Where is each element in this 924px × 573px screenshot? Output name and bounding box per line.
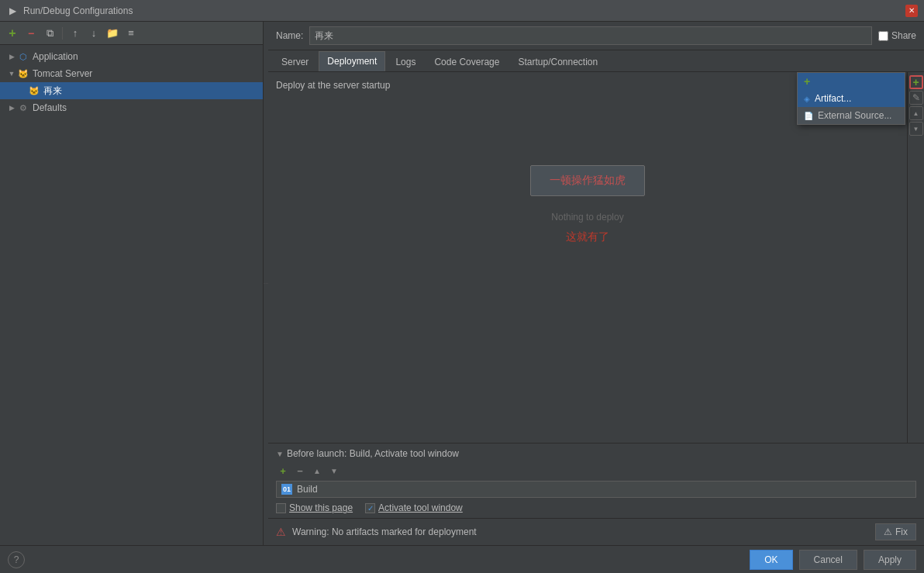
external-source-icon: 📄 [804, 112, 813, 120]
bl-remove-button[interactable]: − [293, 464, 307, 478]
tree-label-tomcat: Tomcat Server [33, 68, 92, 79]
warning-bar: ⚠ Warning: No artifacts marked for deplo… [268, 518, 924, 545]
name-label: Name: [276, 30, 303, 41]
apply-button[interactable]: Apply [864, 550, 916, 570]
zaijian-icon: 🐱 [28, 85, 40, 97]
copy-config-button[interactable]: ⧉ [42, 26, 57, 41]
activate-window-checkbox-item: ✓ Activate tool window [365, 502, 463, 513]
tree-label-zaijian: 再来 [43, 85, 62, 98]
bl-down-button[interactable]: ▼ [327, 464, 341, 478]
move-down-button[interactable]: ↓ [86, 26, 102, 41]
name-input[interactable] [309, 26, 872, 45]
fix-button[interactable]: ⚠ Fix [875, 523, 916, 540]
share-area: Share [878, 30, 916, 41]
show-page-checkbox[interactable] [276, 503, 286, 513]
action-button[interactable]: 一顿操作猛如虎 [530, 165, 645, 196]
bl-add-button[interactable]: + [276, 464, 290, 478]
show-page-checkbox-item: Show this page [276, 502, 353, 513]
config-tree: ▶ ⬡ Application ▼ 🐱 Tomcat Server 🐱 再来 ▶… [0, 45, 263, 545]
title-bar: ▶ Run/Debug Configurations ✕ [0, 0, 924, 22]
build-label: Build [297, 484, 318, 495]
checkboxes-row: Show this page ✓ Activate tool window [276, 502, 916, 513]
activate-window-label: Activate tool window [378, 502, 463, 513]
toolbar-separator-1 [62, 27, 63, 40]
dropdown-header: + [798, 73, 905, 90]
warning-icon: ⚠ [276, 526, 286, 538]
tree-item-application[interactable]: ▶ ⬡ Application [0, 48, 263, 65]
bl-up-button[interactable]: ▲ [310, 464, 324, 478]
tab-logs[interactable]: Logs [387, 52, 424, 71]
dropdown-artifact-item[interactable]: ◈ Artifact... [798, 90, 905, 107]
edit-artifact-button[interactable]: ✎ [909, 91, 923, 105]
tree-label-application: Application [33, 51, 78, 62]
dropdown-external-source-label: External Source... [818, 110, 891, 121]
before-launch-toolbar: + − ▲ ▼ [276, 464, 916, 478]
tree-arrow-tomcat: ▼ [6, 70, 17, 78]
tomcat-icon: 🐱 [17, 67, 29, 80]
defaults-icon: ⚙ [17, 102, 29, 114]
folder-button[interactable]: 📁 [105, 26, 120, 41]
tabs-bar: Server Deployment Logs Code Coverage Sta… [268, 50, 924, 72]
help-button[interactable]: ? [8, 551, 25, 568]
artifact-dropdown: + ◈ Artifact... 📄 External Source... [797, 72, 905, 125]
tree-item-zaijian[interactable]: 🐱 再来 [0, 82, 263, 99]
title-bar-icon: ▶ [6, 5, 19, 17]
collapse-arrow[interactable]: ▼ [276, 450, 284, 458]
tab-server[interactable]: Server [273, 52, 317, 71]
left-panel: + − ⧉ ↑ ↓ 📁 ≡ ▶ ⬡ Application ▼ 🐱 Tomcat… [0, 22, 264, 545]
bottom-bar: ? OK Cancel Apply [0, 545, 924, 573]
move-artifact-down-button[interactable]: ▼ [909, 122, 923, 136]
move-up-button[interactable]: ↑ [67, 26, 83, 41]
left-toolbar: + − ⧉ ↑ ↓ 📁 ≡ [0, 22, 263, 45]
tree-label-defaults: Defaults [33, 102, 67, 113]
artifact-icon: ◈ [804, 95, 810, 103]
dropdown-artifact-label: Artifact... [815, 93, 851, 104]
share-checkbox[interactable] [878, 31, 888, 41]
share-label: Share [891, 30, 916, 41]
fix-icon: ⚠ [884, 526, 892, 537]
content-main: Deploy at the server startup 一顿操作猛如虎 Not… [268, 72, 907, 443]
tree-arrow-defaults: ▶ [6, 104, 17, 112]
ok-button[interactable]: OK [750, 550, 792, 570]
title-bar-title: Run/Debug Configurations [23, 5, 918, 16]
show-page-label: Show this page [289, 502, 353, 513]
before-launch-title: Before launch: Build, Activate tool wind… [287, 448, 459, 459]
content-sidebar: + ✎ ▲ ▼ + ◈ Artifact... 📄 External Sourc… [907, 72, 924, 443]
before-launch-header: ▼ Before launch: Build, Activate tool wi… [276, 448, 916, 459]
right-panel: Name: Share Server Deployment Logs Code … [268, 22, 924, 545]
add-artifact-button[interactable]: + [909, 75, 923, 89]
red-hint: 这就有了 [566, 230, 609, 244]
before-launch-section: ▼ Before launch: Build, Activate tool wi… [268, 443, 924, 518]
close-button[interactable]: ✕ [905, 5, 918, 17]
cancel-button[interactable]: Cancel [799, 550, 857, 570]
sort-button[interactable]: ≡ [123, 26, 139, 41]
warning-text: Warning: No artifacts marked for deploym… [292, 526, 869, 537]
tab-startup-connection[interactable]: Startup/Connection [509, 52, 606, 71]
remove-config-button[interactable]: − [23, 26, 39, 41]
tree-arrow-application: ▶ [6, 53, 17, 60]
tree-item-tomcat[interactable]: ▼ 🐱 Tomcat Server [0, 65, 263, 82]
application-icon: ⬡ [17, 50, 29, 63]
dropdown-add-icon: + [804, 75, 810, 88]
add-config-button[interactable]: + [5, 26, 20, 41]
tab-deployment[interactable]: Deployment [319, 51, 385, 71]
tree-item-defaults[interactable]: ▶ ⚙ Defaults [0, 99, 263, 116]
build-row: 01 Build [276, 481, 916, 498]
main-layout: + − ⧉ ↑ ↓ 📁 ≡ ▶ ⬡ Application ▼ 🐱 Tomcat… [0, 22, 924, 545]
name-row: Name: Share [268, 22, 924, 50]
content-area: Deploy at the server startup 一顿操作猛如虎 Not… [268, 72, 924, 443]
build-icon: 01 [281, 484, 292, 495]
fix-label: Fix [895, 526, 908, 537]
dropdown-external-source-item[interactable]: 📄 External Source... [798, 107, 905, 124]
activate-window-checkbox[interactable]: ✓ [365, 503, 375, 513]
tab-code-coverage[interactable]: Code Coverage [426, 52, 508, 71]
nothing-text: Nothing to deploy [551, 212, 623, 223]
deploy-center: 一顿操作猛如虎 Nothing to deploy 这就有了 [276, 98, 899, 312]
move-artifact-up-button[interactable]: ▲ [909, 106, 923, 120]
